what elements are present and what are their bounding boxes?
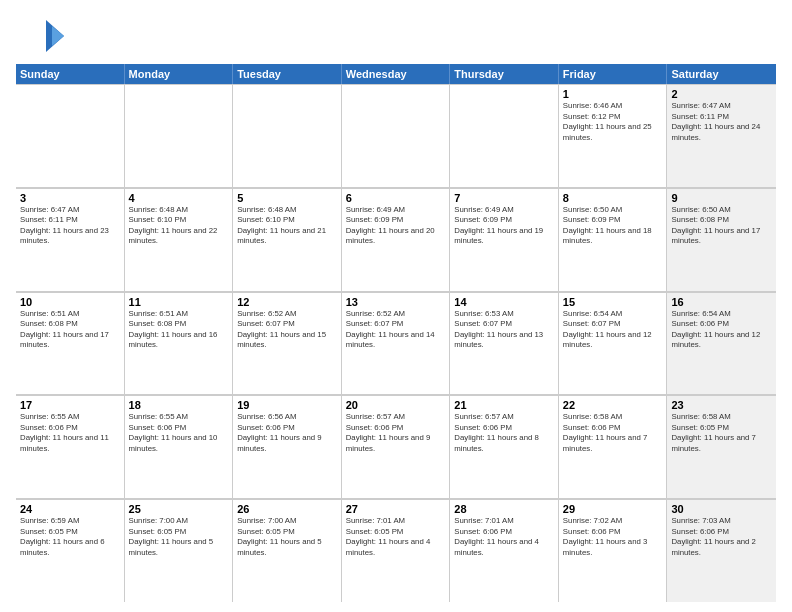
day-info: Sunrise: 7:01 AM Sunset: 6:05 PM Dayligh… — [346, 516, 446, 558]
calendar-row: 17Sunrise: 6:55 AM Sunset: 6:06 PM Dayli… — [16, 395, 776, 499]
calendar-cell: 25Sunrise: 7:00 AM Sunset: 6:05 PM Dayli… — [125, 499, 234, 602]
calendar-cell: 17Sunrise: 6:55 AM Sunset: 6:06 PM Dayli… — [16, 395, 125, 498]
day-number: 27 — [346, 503, 446, 515]
calendar-cell: 28Sunrise: 7:01 AM Sunset: 6:06 PM Dayli… — [450, 499, 559, 602]
day-number: 16 — [671, 296, 772, 308]
day-number: 28 — [454, 503, 554, 515]
day-number: 17 — [20, 399, 120, 411]
day-info: Sunrise: 6:46 AM Sunset: 6:12 PM Dayligh… — [563, 101, 663, 143]
day-info: Sunrise: 6:58 AM Sunset: 6:05 PM Dayligh… — [671, 412, 772, 454]
day-number: 4 — [129, 192, 229, 204]
header — [16, 16, 776, 56]
day-number: 14 — [454, 296, 554, 308]
calendar-cell: 30Sunrise: 7:03 AM Sunset: 6:06 PM Dayli… — [667, 499, 776, 602]
calendar-cell: 3Sunrise: 6:47 AM Sunset: 6:11 PM Daylig… — [16, 188, 125, 291]
day-info: Sunrise: 6:47 AM Sunset: 6:11 PM Dayligh… — [20, 205, 120, 247]
calendar-cell: 19Sunrise: 6:56 AM Sunset: 6:06 PM Dayli… — [233, 395, 342, 498]
day-number: 29 — [563, 503, 663, 515]
day-info: Sunrise: 6:55 AM Sunset: 6:06 PM Dayligh… — [129, 412, 229, 454]
day-info: Sunrise: 6:55 AM Sunset: 6:06 PM Dayligh… — [20, 412, 120, 454]
day-info: Sunrise: 6:48 AM Sunset: 6:10 PM Dayligh… — [129, 205, 229, 247]
calendar-cell — [342, 84, 451, 187]
day-info: Sunrise: 6:50 AM Sunset: 6:09 PM Dayligh… — [563, 205, 663, 247]
day-info: Sunrise: 7:01 AM Sunset: 6:06 PM Dayligh… — [454, 516, 554, 558]
day-number: 5 — [237, 192, 337, 204]
calendar-cell: 6Sunrise: 6:49 AM Sunset: 6:09 PM Daylig… — [342, 188, 451, 291]
calendar-cell: 7Sunrise: 6:49 AM Sunset: 6:09 PM Daylig… — [450, 188, 559, 291]
day-number: 3 — [20, 192, 120, 204]
calendar-cell: 23Sunrise: 6:58 AM Sunset: 6:05 PM Dayli… — [667, 395, 776, 498]
calendar-cell: 4Sunrise: 6:48 AM Sunset: 6:10 PM Daylig… — [125, 188, 234, 291]
weekday-header: Saturday — [667, 64, 776, 84]
day-info: Sunrise: 6:47 AM Sunset: 6:11 PM Dayligh… — [671, 101, 772, 143]
calendar-cell: 5Sunrise: 6:48 AM Sunset: 6:10 PM Daylig… — [233, 188, 342, 291]
day-number: 12 — [237, 296, 337, 308]
day-number: 19 — [237, 399, 337, 411]
svg-marker-1 — [52, 26, 64, 46]
day-info: Sunrise: 6:58 AM Sunset: 6:06 PM Dayligh… — [563, 412, 663, 454]
day-info: Sunrise: 6:50 AM Sunset: 6:08 PM Dayligh… — [671, 205, 772, 247]
day-number: 30 — [671, 503, 772, 515]
calendar-cell: 8Sunrise: 6:50 AM Sunset: 6:09 PM Daylig… — [559, 188, 668, 291]
day-info: Sunrise: 6:54 AM Sunset: 6:07 PM Dayligh… — [563, 309, 663, 351]
day-info: Sunrise: 7:00 AM Sunset: 6:05 PM Dayligh… — [237, 516, 337, 558]
day-info: Sunrise: 6:49 AM Sunset: 6:09 PM Dayligh… — [454, 205, 554, 247]
day-info: Sunrise: 6:56 AM Sunset: 6:06 PM Dayligh… — [237, 412, 337, 454]
day-number: 1 — [563, 88, 663, 100]
weekday-header: Wednesday — [342, 64, 451, 84]
calendar-cell — [450, 84, 559, 187]
calendar-cell: 12Sunrise: 6:52 AM Sunset: 6:07 PM Dayli… — [233, 292, 342, 395]
day-info: Sunrise: 6:54 AM Sunset: 6:06 PM Dayligh… — [671, 309, 772, 351]
calendar-cell: 22Sunrise: 6:58 AM Sunset: 6:06 PM Dayli… — [559, 395, 668, 498]
calendar-cell: 29Sunrise: 7:02 AM Sunset: 6:06 PM Dayli… — [559, 499, 668, 602]
day-number: 23 — [671, 399, 772, 411]
day-number: 8 — [563, 192, 663, 204]
weekday-header: Monday — [125, 64, 234, 84]
calendar-cell: 24Sunrise: 6:59 AM Sunset: 6:05 PM Dayli… — [16, 499, 125, 602]
calendar-cell: 15Sunrise: 6:54 AM Sunset: 6:07 PM Dayli… — [559, 292, 668, 395]
day-info: Sunrise: 6:51 AM Sunset: 6:08 PM Dayligh… — [20, 309, 120, 351]
calendar-cell: 26Sunrise: 7:00 AM Sunset: 6:05 PM Dayli… — [233, 499, 342, 602]
day-info: Sunrise: 6:52 AM Sunset: 6:07 PM Dayligh… — [237, 309, 337, 351]
day-number: 18 — [129, 399, 229, 411]
calendar-cell: 11Sunrise: 6:51 AM Sunset: 6:08 PM Dayli… — [125, 292, 234, 395]
day-info: Sunrise: 7:03 AM Sunset: 6:06 PM Dayligh… — [671, 516, 772, 558]
day-number: 11 — [129, 296, 229, 308]
calendar-row: 1Sunrise: 6:46 AM Sunset: 6:12 PM Daylig… — [16, 84, 776, 188]
calendar: SundayMondayTuesdayWednesdayThursdayFrid… — [16, 64, 776, 602]
page: SundayMondayTuesdayWednesdayThursdayFrid… — [0, 0, 792, 612]
day-info: Sunrise: 6:51 AM Sunset: 6:08 PM Dayligh… — [129, 309, 229, 351]
calendar-cell: 9Sunrise: 6:50 AM Sunset: 6:08 PM Daylig… — [667, 188, 776, 291]
day-info: Sunrise: 6:59 AM Sunset: 6:05 PM Dayligh… — [20, 516, 120, 558]
weekday-header: Thursday — [450, 64, 559, 84]
day-info: Sunrise: 6:53 AM Sunset: 6:07 PM Dayligh… — [454, 309, 554, 351]
day-info: Sunrise: 6:48 AM Sunset: 6:10 PM Dayligh… — [237, 205, 337, 247]
day-number: 22 — [563, 399, 663, 411]
calendar-cell — [125, 84, 234, 187]
calendar-cell: 18Sunrise: 6:55 AM Sunset: 6:06 PM Dayli… — [125, 395, 234, 498]
calendar-cell: 13Sunrise: 6:52 AM Sunset: 6:07 PM Dayli… — [342, 292, 451, 395]
day-info: Sunrise: 6:57 AM Sunset: 6:06 PM Dayligh… — [454, 412, 554, 454]
calendar-row: 10Sunrise: 6:51 AM Sunset: 6:08 PM Dayli… — [16, 292, 776, 396]
weekday-header: Friday — [559, 64, 668, 84]
day-number: 15 — [563, 296, 663, 308]
logo-icon — [16, 16, 64, 56]
day-number: 2 — [671, 88, 772, 100]
calendar-header: SundayMondayTuesdayWednesdayThursdayFrid… — [16, 64, 776, 84]
calendar-body: 1Sunrise: 6:46 AM Sunset: 6:12 PM Daylig… — [16, 84, 776, 602]
day-number: 20 — [346, 399, 446, 411]
day-info: Sunrise: 6:49 AM Sunset: 6:09 PM Dayligh… — [346, 205, 446, 247]
day-number: 10 — [20, 296, 120, 308]
day-number: 13 — [346, 296, 446, 308]
calendar-cell: 10Sunrise: 6:51 AM Sunset: 6:08 PM Dayli… — [16, 292, 125, 395]
day-number: 21 — [454, 399, 554, 411]
calendar-cell: 16Sunrise: 6:54 AM Sunset: 6:06 PM Dayli… — [667, 292, 776, 395]
calendar-row: 24Sunrise: 6:59 AM Sunset: 6:05 PM Dayli… — [16, 499, 776, 602]
day-number: 6 — [346, 192, 446, 204]
day-number: 24 — [20, 503, 120, 515]
day-info: Sunrise: 7:00 AM Sunset: 6:05 PM Dayligh… — [129, 516, 229, 558]
calendar-cell: 1Sunrise: 6:46 AM Sunset: 6:12 PM Daylig… — [559, 84, 668, 187]
calendar-cell: 2Sunrise: 6:47 AM Sunset: 6:11 PM Daylig… — [667, 84, 776, 187]
calendar-cell: 27Sunrise: 7:01 AM Sunset: 6:05 PM Dayli… — [342, 499, 451, 602]
calendar-cell: 20Sunrise: 6:57 AM Sunset: 6:06 PM Dayli… — [342, 395, 451, 498]
